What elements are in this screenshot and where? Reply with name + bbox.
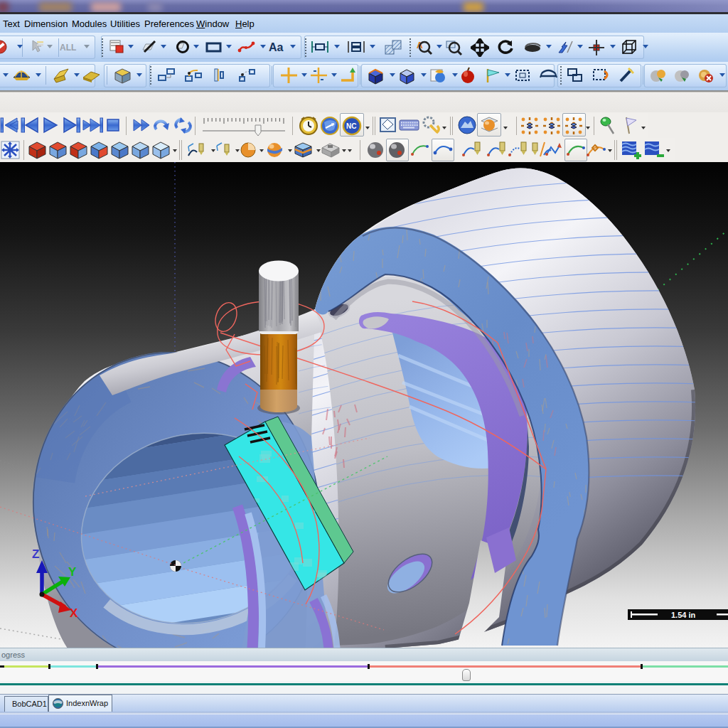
svg-text:ALL: ALL (60, 43, 76, 53)
svg-text:Y: Y (68, 565, 77, 579)
svg-text:NC: NC (346, 122, 356, 130)
svg-text:X: X (70, 606, 78, 620)
svg-text:1.54 in: 1.54 in (671, 611, 696, 619)
svg-text:Z: Z (32, 547, 39, 561)
svg-text:Aa: Aa (269, 41, 284, 53)
